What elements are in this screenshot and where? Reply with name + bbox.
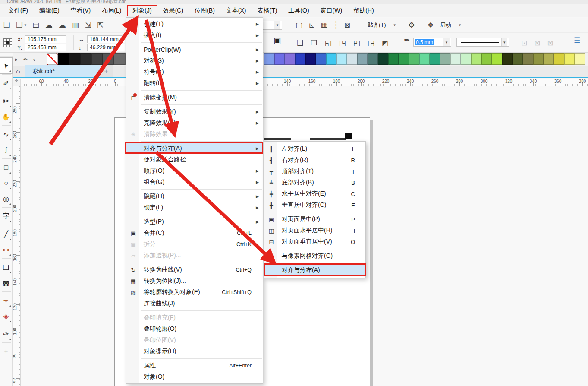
weld-icon[interactable]: ❑ bbox=[297, 39, 303, 47]
eyedropper-icon[interactable]: ✒ bbox=[23, 56, 28, 63]
menu-item-0[interactable]: 文件(F) bbox=[3, 5, 34, 16]
menu-item-1[interactable]: 编辑(E) bbox=[34, 5, 65, 16]
new-document-icon[interactable]: ❏ bbox=[3, 22, 10, 29]
color-swatch[interactable] bbox=[544, 53, 554, 65]
object-menu-item-6[interactable]: 翻转(L)▶ bbox=[126, 78, 263, 89]
options-gear-icon[interactable]: ⚙ bbox=[408, 22, 415, 29]
color-swatch[interactable] bbox=[388, 53, 399, 65]
align-submenu-item-13[interactable]: 对齐与分布(A) bbox=[264, 265, 365, 276]
object-menu-item-30[interactable]: 连接曲线(J) bbox=[126, 298, 263, 309]
new-tab-button[interactable]: + bbox=[100, 65, 113, 77]
selection-node-handle[interactable] bbox=[307, 137, 310, 140]
object-menu-item-37[interactable]: 属性Alt+Enter bbox=[126, 360, 263, 371]
color-swatch[interactable] bbox=[575, 53, 585, 65]
shape-tool[interactable]: ✐ bbox=[0, 76, 12, 91]
print-icon[interactable]: ▥ bbox=[72, 22, 79, 29]
connector-tool[interactable]: ⊶ bbox=[0, 242, 12, 257]
guidelines-icon[interactable]: ┆ bbox=[333, 22, 338, 29]
object-menu-item-19[interactable]: 隐藏(H)▶ bbox=[126, 191, 263, 202]
zoom-level-combo[interactable]: ▾ bbox=[262, 21, 282, 30]
outline-pen-icon[interactable]: ✒ bbox=[404, 37, 410, 44]
home-icon[interactable]: ⌂ bbox=[16, 67, 20, 75]
simplify-icon[interactable]: ◳ bbox=[339, 39, 346, 47]
color-swatch[interactable] bbox=[399, 53, 409, 65]
color-swatch[interactable] bbox=[326, 53, 336, 65]
color-swatch[interactable] bbox=[114, 53, 125, 65]
launch-menu[interactable]: 启动 bbox=[440, 21, 451, 29]
object-menu-item-16[interactable]: 顺序(O)▶ bbox=[126, 165, 263, 177]
dotted-selection-icon[interactable]: ⊡ bbox=[521, 39, 527, 47]
align-submenu-item-7[interactable]: ▣对页面居中(P)P bbox=[264, 214, 365, 225]
pan-tool[interactable]: ✋ bbox=[0, 109, 12, 124]
import-icon[interactable]: ⇲ bbox=[85, 22, 91, 29]
object-menu-item-27[interactable]: ↻转换为曲线(V)Ctrl+Q bbox=[126, 264, 263, 275]
color-swatch[interactable] bbox=[471, 53, 481, 65]
selected-object-segment[interactable] bbox=[264, 138, 291, 140]
color-swatch[interactable] bbox=[481, 53, 492, 65]
align-submenu-item-11[interactable]: Ω与像素网格对齐(G) bbox=[264, 250, 365, 262]
ellipse-tool[interactable]: ○ bbox=[0, 175, 12, 191]
object-menu-item-25[interactable]: ▱添加透视(P)... bbox=[126, 250, 263, 261]
object-menu-item-3[interactable]: PowerClip(W)▶ bbox=[126, 44, 263, 55]
fullscreen-preview-icon[interactable]: ▢ bbox=[296, 22, 302, 29]
rectangle-tool[interactable]: □ bbox=[0, 160, 12, 175]
color-swatch[interactable] bbox=[430, 53, 440, 65]
color-swatch[interactable] bbox=[295, 53, 305, 65]
open-folder-icon[interactable]: ❐▾ bbox=[16, 22, 26, 29]
color-swatch[interactable] bbox=[347, 53, 357, 65]
merge-icon[interactable]: ▣ bbox=[274, 37, 281, 44]
object-menu-item-38[interactable]: 对象(O) bbox=[126, 371, 263, 383]
snap-menu[interactable]: 贴齐(T) bbox=[368, 21, 386, 29]
outline-width-combo[interactable]: 0.5 mm ▾ bbox=[413, 38, 451, 47]
color-swatch[interactable] bbox=[513, 53, 523, 65]
color-swatch[interactable] bbox=[80, 53, 91, 65]
outline-pen-tool[interactable]: ✑ bbox=[0, 326, 12, 342]
align-submenu-item-9[interactable]: ⊟对页面垂直居中(V)O bbox=[264, 236, 365, 247]
menu-item-6[interactable]: 位图(B) bbox=[189, 5, 220, 16]
intersect-icon[interactable]: ◱ bbox=[325, 39, 332, 47]
object-menu-item-10[interactable]: 复制效果(Y)▶ bbox=[126, 106, 263, 117]
color-swatch[interactable] bbox=[409, 53, 419, 65]
trim-icon[interactable]: ❒ bbox=[311, 39, 317, 47]
menu-item-5[interactable]: 效果(C) bbox=[157, 5, 189, 16]
color-swatch[interactable] bbox=[357, 53, 368, 65]
object-width-field[interactable]: 168.144 mm bbox=[87, 35, 125, 43]
color-swatch[interactable] bbox=[285, 53, 295, 65]
scroll-left-icon[interactable]: ‹ bbox=[33, 56, 35, 63]
save-icon[interactable]: ▤ bbox=[32, 22, 39, 29]
align-submenu-item-1[interactable]: ┨右对齐(R)R bbox=[264, 155, 365, 166]
object-menu-item-15[interactable]: 使对象适合路径 bbox=[126, 154, 263, 165]
menu-item-3[interactable]: 布局(L) bbox=[96, 5, 127, 16]
object-menu-item-20[interactable]: 锁定(L)▶ bbox=[126, 202, 263, 213]
freehand-tool[interactable]: ∿ bbox=[0, 127, 12, 142]
color-swatch[interactable] bbox=[554, 53, 564, 65]
color-swatch[interactable] bbox=[305, 53, 316, 65]
color-swatch[interactable] bbox=[440, 53, 450, 65]
menu-item-11[interactable]: 帮助(H) bbox=[348, 5, 379, 16]
color-swatch[interactable] bbox=[533, 53, 544, 65]
outline-style-combo[interactable]: ▾ bbox=[456, 38, 509, 47]
object-menu-item-11[interactable]: 克隆效果(F)▶ bbox=[126, 117, 263, 129]
y-position-field[interactable]: 255.453 mm bbox=[25, 44, 66, 51]
menu-item-8[interactable]: 表格(T) bbox=[252, 5, 283, 16]
align-distribute-icon[interactable]: ☰ bbox=[574, 37, 580, 44]
crop-tool[interactable]: ✂ bbox=[0, 93, 12, 109]
transparency-tool[interactable]: ▩ bbox=[0, 275, 12, 291]
back-minus-front-icon[interactable]: ◲ bbox=[368, 39, 374, 47]
color-swatch[interactable] bbox=[274, 53, 285, 65]
bezier-tool[interactable]: ʃ bbox=[0, 142, 12, 158]
color-swatch[interactable] bbox=[58, 53, 69, 65]
create-boundary-icon[interactable]: ◩ bbox=[382, 39, 389, 47]
export-icon[interactable]: ⇱ bbox=[97, 22, 103, 29]
align-submenu-item-0[interactable]: ┠左对齐(L)L bbox=[264, 143, 365, 155]
color-swatch[interactable] bbox=[91, 53, 103, 65]
align-submenu-item-5[interactable]: ╂垂直居中对齐(C)E bbox=[264, 199, 365, 211]
color-swatch[interactable] bbox=[316, 53, 326, 65]
menu-item-7[interactable]: 文本(X) bbox=[220, 5, 252, 16]
launch-panel-icon[interactable]: ❖ bbox=[427, 22, 434, 29]
object-menu-item-35[interactable]: 对象提示(H) bbox=[126, 346, 263, 357]
chevron-down-icon[interactable]: ▾ bbox=[501, 38, 507, 46]
object-menu-item-33[interactable]: 叠印轮廓(O) bbox=[126, 323, 263, 335]
object-menu-item-5[interactable]: 符号(Y)▶ bbox=[126, 66, 263, 78]
menu-item-2[interactable]: 查看(V) bbox=[65, 5, 97, 16]
